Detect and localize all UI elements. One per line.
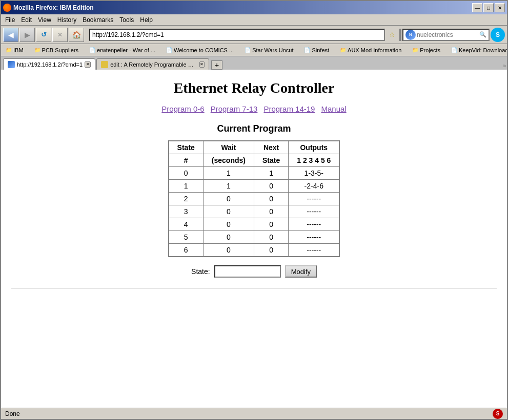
search-input[interactable] [417, 31, 479, 38]
menu-bar: File Edit View History Bookmarks Tools H… [1, 14, 507, 26]
col-subheader-num: # [169, 154, 204, 167]
col-subheader-channels: 1 2 3 4 5 6 [289, 154, 340, 167]
firefox-icon [3, 4, 11, 12]
cell-next-0: 1 [254, 167, 288, 180]
bookmark-projects[interactable]: 📁 Projects [410, 46, 442, 54]
table-row: 110-2-4-6 [169, 180, 340, 193]
status-icon: S [493, 409, 503, 419]
cell-outputs-0: 1-3-5- [289, 167, 340, 180]
minimize-button[interactable]: — [472, 3, 482, 12]
close-button[interactable]: ✕ [495, 3, 505, 12]
title-bar: Mozilla Firefox: IBM Edition — □ ✕ [1, 1, 507, 14]
cell-state-3: 3 [169, 205, 204, 218]
cell-next-4: 0 [254, 218, 288, 231]
folder-icon: 📁 [34, 47, 41, 54]
back-button[interactable]: ◀ [3, 28, 18, 42]
cell-state-0: 0 [169, 167, 204, 180]
cell-state-4: 4 [169, 218, 204, 231]
title-bar-left: Mozilla Firefox: IBM Edition [3, 4, 94, 12]
section-title: Current Program [217, 123, 291, 134]
tab-label-active: http://192.168.1.2/?cmd=1 [17, 61, 83, 68]
link-program-14-19[interactable]: Program 14-19 [263, 104, 315, 113]
table-row: 300------ [169, 205, 340, 218]
menu-help[interactable]: Help [137, 15, 156, 25]
link-manual[interactable]: Manual [321, 104, 346, 113]
cell-outputs-4: ------ [289, 218, 340, 231]
tab-close-edit[interactable]: ✕ [199, 61, 205, 68]
menu-edit[interactable]: Edit [18, 15, 35, 25]
bookmarks-bar: 📁 IBM 📁 PCB Suppliers 📄 erwtenpeller - W… [1, 44, 507, 56]
bookmark-pcb[interactable]: 📁 PCB Suppliers [32, 46, 81, 54]
status-bar: Done S [1, 408, 507, 419]
cell-next-6: 0 [254, 244, 288, 257]
bookmark-sinfest[interactable]: 📄 Sinfest [301, 46, 331, 54]
cell-wait-4: 0 [203, 218, 254, 231]
table-row: 600------ [169, 244, 340, 257]
cell-next-2: 0 [254, 193, 288, 205]
tabs-bar: http://192.168.1.2/?cmd=1 ✕ edit : A Rem… [1, 56, 507, 70]
bookmark-aux[interactable]: 📁 AUX Mod Information [337, 46, 403, 54]
tab-relay-controller[interactable]: http://192.168.1.2/?cmd=1 ✕ [3, 58, 95, 70]
tab-favicon [8, 61, 15, 68]
menu-bookmarks[interactable]: Bookmarks [79, 15, 116, 25]
bookmark-ibm[interactable]: 📁 IBM [3, 46, 26, 54]
menu-file[interactable]: File [2, 15, 18, 25]
cell-outputs-6: ------ [289, 244, 340, 257]
bookmark-starwars[interactable]: 📄 Star Wars Uncut [242, 46, 295, 54]
table-row: 500------ [169, 231, 340, 244]
menu-tools[interactable]: Tools [116, 15, 137, 25]
folder-icon: 📁 [412, 47, 419, 54]
search-provider-icon: N [405, 30, 416, 40]
page-icon: 📄 [244, 47, 251, 54]
link-program-0-6[interactable]: Program 0-6 [161, 104, 204, 113]
folder-icon: 📁 [5, 47, 12, 54]
tab-close-active[interactable]: ✕ [85, 61, 91, 68]
col-header-state: State [169, 141, 204, 154]
status-text: Done [5, 410, 20, 417]
bookmark-comics[interactable]: 📄 Welcome to COMICS ... [164, 46, 236, 54]
new-tab-button[interactable]: + [211, 60, 222, 70]
cell-wait-5: 0 [203, 231, 254, 244]
tab-label-edit: edit : A Remotely Programable Relay C... [110, 61, 197, 68]
stop-button[interactable]: ✕ [52, 28, 68, 42]
col-subheader-seconds: (seconds) [203, 154, 254, 167]
bookmark-erwtenpeller[interactable]: 📄 erwtenpeller - War of ... [87, 46, 157, 54]
forward-button[interactable]: ▶ [19, 28, 35, 42]
tab-favicon-edit [101, 61, 108, 68]
title-bar-buttons: — □ ✕ [472, 3, 505, 12]
page-icon: 📄 [451, 47, 458, 54]
page-divider [11, 288, 497, 288]
state-input[interactable] [214, 265, 281, 278]
col-header-outputs: Outputs [289, 141, 340, 154]
bookmark-star-icon[interactable]: ☆ [386, 29, 398, 41]
table-row: 400------ [169, 218, 340, 231]
link-program-7-13[interactable]: Program 7-13 [211, 104, 258, 113]
bookmark-keepvid[interactable]: 📄 KeepVid: Download an... [449, 46, 507, 54]
menu-history[interactable]: History [54, 15, 79, 25]
search-icon[interactable]: 🔍 [479, 31, 486, 38]
cell-outputs-1: -2-4-6 [289, 180, 340, 193]
cell-state-6: 6 [169, 244, 204, 257]
title-bar-text: Mozilla Firefox: IBM Edition [13, 4, 94, 11]
nav-bar: ◀ ▶ ↺ ✕ 🏠 ☆ N 🔍 S [1, 26, 507, 44]
table-row: 200------ [169, 193, 340, 205]
address-input[interactable] [92, 31, 382, 38]
program-table: State Wait Next Outputs # (seconds) Stat… [168, 140, 340, 257]
page-icon: 📄 [166, 47, 173, 54]
tab-scroll-right[interactable]: » [502, 62, 507, 70]
tab-edit[interactable]: edit : A Remotely Programable Relay C...… [96, 58, 209, 70]
maximize-button[interactable]: □ [483, 3, 494, 12]
cell-outputs-5: ------ [289, 231, 340, 244]
cell-next-3: 0 [254, 205, 288, 218]
modify-button[interactable]: Modify [285, 265, 317, 278]
menu-view[interactable]: View [35, 15, 54, 25]
cell-wait-0: 1 [203, 167, 254, 180]
reload-button[interactable]: ↺ [36, 28, 51, 42]
home-button[interactable]: 🏠 [69, 28, 84, 42]
cell-state-2: 2 [169, 193, 204, 205]
skype-icon[interactable]: S [491, 28, 505, 42]
folder-icon: 📁 [339, 47, 347, 54]
cell-outputs-2: ------ [289, 193, 340, 205]
state-label: State: [191, 267, 210, 276]
page-nav-links: Program 0-6 Program 7-13 Program 14-19 M… [161, 104, 346, 113]
